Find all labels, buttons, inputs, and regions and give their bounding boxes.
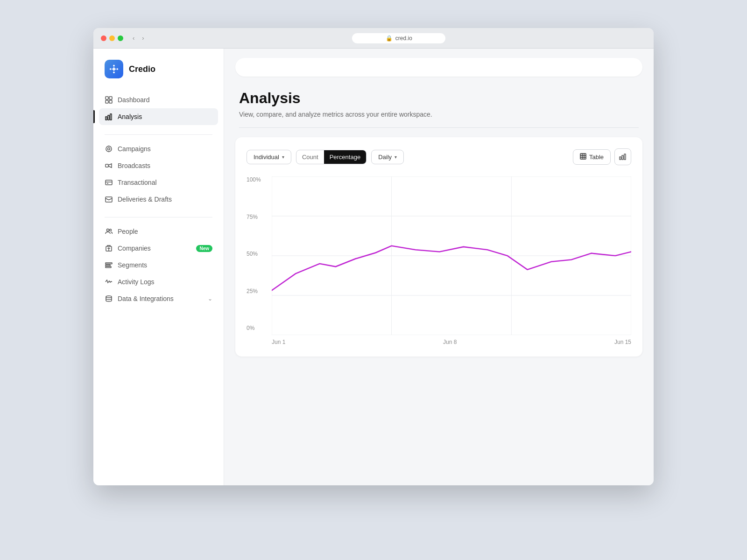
sidebar-item-transactional[interactable]: Transactional [99,174,218,191]
svg-rect-41 [624,154,626,160]
sidebar-item-activity-logs[interactable]: Activity Logs [99,273,218,290]
sidebar-data-label: Data & Integrations [118,295,203,302]
sidebar-channels-nav: Campaigns Broadcasts [93,140,224,208]
data-icon [105,294,113,303]
sidebar-campaigns-label: Campaigns [118,145,212,153]
svg-point-1 [113,65,115,67]
header-divider [239,127,639,128]
broadcasts-icon [105,161,113,170]
companies-new-badge: New [196,245,212,252]
svg-point-25 [107,229,109,231]
segments-icon [105,261,113,269]
svg-rect-20 [106,164,108,167]
minimize-button[interactable] [109,35,115,41]
lock-icon: 🔒 [386,35,393,42]
chart-wrapper: 100% 75% 50% 25% 0% [247,176,631,345]
sidebar-analysis-label: Analysis [118,113,212,120]
count-button[interactable]: Count [296,150,324,164]
chart-view-button[interactable] [614,148,631,165]
sidebar-activity-label: Activity Logs [118,278,212,286]
daily-filter[interactable]: Daily ▾ [371,150,404,164]
svg-rect-40 [622,155,623,160]
nav-controls: ‹ › [131,34,146,42]
svg-rect-39 [620,157,621,160]
svg-rect-31 [106,265,110,266]
svg-point-16 [106,146,112,152]
individual-chevron: ▾ [282,154,284,160]
browser-window: ‹ › 🔒 cred.io [93,28,654,485]
svg-rect-12 [109,100,112,103]
y-axis: 100% 75% 50% 25% 0% [247,176,270,331]
table-view-button[interactable]: Table [573,149,611,165]
page-header: Analysis View, compare, and analyze metr… [224,77,654,127]
url-display[interactable]: 🔒 cred.io [352,33,445,43]
svg-point-17 [108,148,110,150]
logo-area: Credio [93,60,224,91]
x-label-jun15: Jun 15 [614,339,631,345]
x-label-jun1: Jun 1 [272,339,285,345]
svg-point-0 [113,68,115,70]
percentage-button[interactable]: Percentage [324,150,366,164]
chart-controls: Individual ▾ Count Percentage Daily ▾ [247,148,631,165]
sidebar-people-label: People [118,228,212,235]
svg-rect-24 [106,197,112,202]
chart-container: Individual ▾ Count Percentage Daily ▾ [235,137,642,357]
svg-point-26 [110,229,112,231]
x-axis: Jun 1 Jun 8 Jun 15 [272,339,631,345]
close-button[interactable] [101,35,106,41]
maximize-button[interactable] [118,35,123,41]
sidebar-item-campaigns[interactable]: Campaigns [99,140,218,157]
sidebar-item-people[interactable]: People [99,223,218,240]
window-controls [101,35,123,41]
page-subtitle: View, compare, and analyze metrics acros… [239,111,639,118]
sidebar-item-companies[interactable]: Companies New [99,240,218,257]
sidebar-deliveries-label: Deliveries & Drafts [118,196,212,203]
chart-area [272,176,631,337]
url-text: cred.io [395,35,412,42]
svg-rect-32 [106,266,111,268]
page-title: Analysis [239,90,639,107]
table-label: Table [589,154,604,161]
view-controls: Table [573,148,631,165]
sidebar-companies-label: Companies [118,245,190,252]
campaigns-icon [105,145,113,153]
search-bar[interactable] [235,58,642,77]
sidebar-item-analysis[interactable]: Analysis [99,108,218,125]
svg-rect-9 [106,97,108,99]
sidebar-item-data-integrations[interactable]: Data & Integrations ⌄ [99,290,218,307]
svg-point-2 [113,72,115,74]
y-label-50: 50% [247,251,270,257]
svg-point-3 [110,68,112,70]
sidebar-item-segments[interactable]: Segments [99,257,218,273]
sidebar-item-deliveries[interactable]: Deliveries & Drafts [99,191,218,208]
svg-point-33 [106,296,112,298]
sidebar-divider-2 [105,217,212,217]
svg-rect-11 [106,100,108,103]
sidebar: Credio Dashboard [93,49,224,485]
y-label-0: 0% [247,325,270,331]
sidebar-segments-label: Segments [118,261,212,269]
svg-rect-15 [110,114,112,120]
browser-body: Credio Dashboard [93,49,654,485]
browser-chrome: ‹ › 🔒 cred.io [93,28,654,49]
x-label-jun8: Jun 8 [443,339,457,345]
analysis-icon [105,112,113,121]
forward-icon[interactable]: › [140,34,146,42]
sidebar-dashboard-label: Dashboard [118,96,212,104]
individual-filter[interactable]: Individual ▾ [247,150,291,164]
svg-rect-30 [106,263,112,264]
table-grid-icon [580,153,586,161]
svg-rect-21 [106,180,112,185]
y-label-25: 25% [247,288,270,294]
sidebar-item-dashboard[interactable]: Dashboard [99,91,218,108]
svg-rect-10 [109,97,112,99]
transactional-icon [105,178,113,187]
sidebar-item-broadcasts[interactable]: Broadcasts [99,157,218,174]
svg-point-4 [117,68,119,70]
daily-chevron: ▾ [395,154,397,160]
back-icon[interactable]: ‹ [131,34,136,42]
svg-rect-13 [106,117,107,120]
count-percentage-toggle: Count Percentage [296,150,366,164]
companies-icon [105,244,113,252]
sidebar-divider-1 [105,134,212,135]
